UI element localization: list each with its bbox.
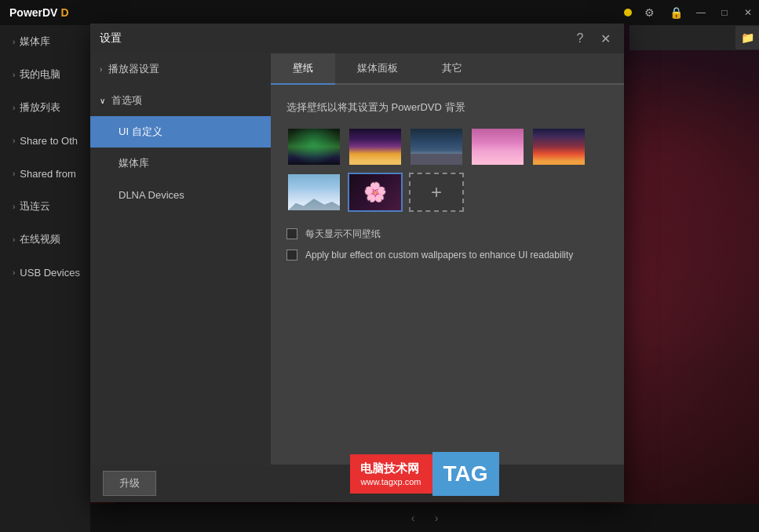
dialog-content: 壁纸 媒体面板 其它 选择壁纸以将其设置为 PowerDVD 背景 (271, 53, 624, 465)
nav-subitem-label: 媒体库 (119, 156, 149, 170)
wallpaper-twilight[interactable] (348, 127, 403, 166)
wallpaper-pink[interactable] (470, 127, 525, 166)
tab-media-panel[interactable]: 媒体面板 (335, 53, 420, 85)
dialog-body: › 播放器设置 ∨ 首选项 UI 自定义 媒体库 DLNA Devices (90, 53, 624, 465)
tab-wallpaper[interactable]: 壁纸 (271, 53, 335, 85)
dialog-close-button[interactable]: ✕ (596, 29, 615, 48)
upgrade-button[interactable]: 升级 (103, 471, 156, 496)
dialog-title-text: 设置 (100, 31, 571, 46)
wallpaper-flower[interactable] (348, 173, 403, 212)
nav-subitem-media-lib[interactable]: 媒体库 (90, 148, 271, 179)
nav-subitem-dlna[interactable]: DLNA Devices (90, 179, 271, 210)
dialog-tabs: 壁纸 媒体面板 其它 (271, 53, 624, 85)
nav-item-label: 播放器设置 (108, 62, 159, 76)
nav-subitem-label: DLNA Devices (119, 189, 184, 201)
tab-other[interactable]: 其它 (420, 53, 484, 85)
nav-subitem-label: UI 自定义 (119, 125, 162, 139)
wallpaper-section-label: 选择壁纸以将其设置为 PowerDVD 背景 (286, 100, 608, 115)
wallpaper-mountain[interactable] (286, 173, 341, 212)
nav-item-player-settings[interactable]: › 播放器设置 (90, 53, 271, 85)
dialog-overlay: 设置 ? ✕ › 播放器设置 ∨ 首选项 (0, 0, 759, 532)
dialog-help-button[interactable]: ? (571, 29, 589, 48)
nav-subitem-ui-customize[interactable]: UI 自定义 (90, 116, 271, 148)
wallpaper-add-button[interactable]: + (409, 173, 464, 212)
checkbox-blur-label: Apply blur effect on custom wallpapers t… (305, 249, 573, 262)
dialog-footer: 升级 (90, 465, 624, 502)
add-icon: + (431, 181, 442, 203)
checkbox-daily-label: 每天显示不同壁纸 (305, 228, 381, 241)
checkbox-row-daily: 每天显示不同壁纸 (286, 228, 608, 241)
wallpaper-bridge[interactable] (409, 127, 464, 166)
checkbox-blur-effect[interactable] (286, 250, 297, 261)
checkbox-row-blur: Apply blur effect on custom wallpapers t… (286, 249, 608, 262)
nav-item-label: 首选项 (111, 93, 142, 107)
nav-item-preferences[interactable]: ∨ 首选项 (90, 85, 271, 116)
dialog-nav: › 播放器设置 ∨ 首选项 UI 自定义 媒体库 DLNA Devices (90, 53, 271, 465)
nav-chevron-open-icon: ∨ (100, 97, 105, 105)
settings-dialog: 设置 ? ✕ › 播放器设置 ∨ 首选项 (90, 24, 624, 502)
nav-chevron-icon: › (100, 65, 102, 74)
checkbox-daily-wallpaper[interactable] (286, 228, 297, 239)
tab-content-wallpaper: 选择壁纸以将其设置为 PowerDVD 背景 (271, 85, 624, 465)
wallpaper-grid: + (286, 127, 608, 212)
wallpaper-aurora[interactable] (286, 127, 341, 166)
wallpaper-sunset[interactable] (531, 127, 586, 166)
dialog-title-bar: 设置 ? ✕ (90, 24, 624, 53)
dialog-title-buttons: ? ✕ (571, 29, 615, 48)
